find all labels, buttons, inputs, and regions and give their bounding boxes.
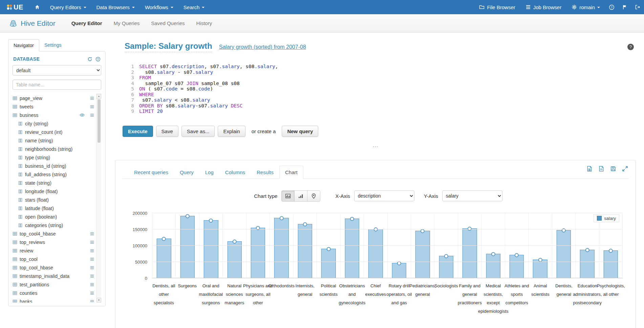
bar[interactable] [439,256,453,278]
bar[interactable] [298,224,312,278]
sql-editor[interactable]: 123456789 SELECT s07.description, s07.sa… [121,64,636,114]
database-help-icon[interactable]: ? [95,57,101,62]
bar[interactable] [180,216,194,278]
table-item[interactable]: review [13,246,94,255]
editor-help-icon[interactable]: ? [627,44,634,50]
job-browser-button[interactable]: Job Browser [520,0,566,14]
menu-data-browsers[interactable]: Data Browsers [91,0,140,14]
bar[interactable] [580,250,594,278]
menu-workflows[interactable]: Workflows [140,0,178,14]
table-item[interactable]: page_view [13,94,94,102]
x-axis-select[interactable]: description [354,190,414,201]
y-axis-select[interactable]: salary [442,190,502,201]
table-item[interactable]: top_cool4_hbase [13,229,94,238]
bar[interactable] [463,228,477,278]
column-item[interactable]: business_id (string) [13,162,94,170]
bar[interactable] [392,263,406,278]
browse-data-icon[interactable] [90,282,94,287]
bar[interactable] [486,254,500,278]
browse-data-icon[interactable] [90,257,94,262]
column-item[interactable]: stars (float) [13,196,94,204]
preview-eye-icon[interactable] [80,112,85,118]
table-item[interactable]: timestamp_invalid_data [13,272,94,280]
logout-button[interactable] [631,0,644,14]
browse-data-icon[interactable] [90,291,94,295]
bar[interactable] [321,249,336,278]
explain-button[interactable]: Explain [218,126,245,137]
scroll-up-arrow[interactable]: ▲ [96,94,101,99]
save-as-button[interactable]: Save as... [181,126,215,137]
hue-logo[interactable]: UE [0,0,29,14]
table-item[interactable]: counties [13,289,94,297]
column-item[interactable]: longitude (float) [13,187,94,196]
column-item[interactable]: name (string) [13,136,94,145]
results-tab-results[interactable]: Results [251,166,279,179]
expand-results-icon[interactable] [622,166,628,172]
results-tab-log[interactable]: Log [199,166,219,179]
bar[interactable] [510,255,524,278]
browse-data-icon[interactable] [90,113,94,118]
tab-navigator[interactable]: Navigator [8,39,39,52]
user-menu[interactable]: romain [566,0,605,14]
bar[interactable] [415,231,430,278]
tab-settings[interactable]: Settings [39,39,67,51]
browse-data-icon[interactable] [90,248,94,253]
flag-button[interactable] [618,0,631,14]
browse-data-icon[interactable] [90,96,94,101]
download-xls-icon[interactable] [586,166,593,172]
map-marker-button[interactable] [307,190,320,202]
table-item[interactable]: top_reviews [13,238,94,246]
bar[interactable] [368,229,383,278]
table-item[interactable]: top_cool [13,255,94,263]
download-csv-icon[interactable] [598,166,604,172]
browse-data-icon[interactable] [90,265,94,270]
table-item[interactable]: business [13,111,94,119]
execute-button[interactable]: Execute [123,126,153,137]
bar[interactable] [557,230,571,278]
scrollbar[interactable]: ▲ ▼ [96,94,101,303]
home-button[interactable] [29,0,45,14]
bar[interactable] [227,241,241,278]
resize-handle[interactable]: ... [115,142,636,148]
column-item[interactable]: review_count (int) [13,128,94,136]
grouped-bar-chart-button[interactable] [281,190,295,202]
bar[interactable] [274,218,288,278]
tab-my-queries[interactable]: My Queries [108,17,146,29]
column-item[interactable]: full_address (string) [13,170,94,179]
new-query-button[interactable]: New query [282,126,318,137]
column-item[interactable]: categories (string) [13,221,94,229]
results-tab-query[interactable]: Query [174,166,199,179]
table-filter-input[interactable] [13,80,101,90]
bar[interactable] [604,250,618,278]
table-item[interactable]: banks [13,297,94,303]
tab-history[interactable]: History [190,17,218,29]
bar-chart-button[interactable] [294,190,307,202]
column-item[interactable]: type (string) [13,153,94,162]
bar[interactable] [251,228,265,278]
results-tab-columns[interactable]: Columns [219,166,251,179]
menu-search[interactable]: Search [178,0,210,14]
column-item[interactable]: latitude (float) [13,204,94,212]
app-title[interactable]: Hive Editor [9,19,56,28]
browse-data-icon[interactable] [90,240,94,245]
column-item[interactable]: neighborhoods (string) [13,145,94,153]
save-results-icon[interactable] [610,166,616,172]
results-tab-recent-queries[interactable]: Recent queries [128,166,174,179]
bar[interactable] [157,239,171,278]
bar[interactable] [533,260,547,278]
query-description-link[interactable]: Salary growth (sorted) from 2007-08 [219,44,306,50]
column-item[interactable]: state (string) [13,179,94,187]
column-item[interactable]: city (string) [13,119,94,128]
browse-data-icon[interactable] [90,299,94,303]
tab-saved-queries[interactable]: Saved Queries [145,17,190,29]
menu-query-editors[interactable]: Query Editors [45,0,91,14]
sql-code[interactable]: SELECT s07.description, s07.salary, s08.… [139,64,278,114]
column-item[interactable]: open (boolean) [13,212,94,221]
table-item[interactable]: test_partitions [13,280,94,289]
page-title[interactable]: Sample: Salary growth [125,41,212,52]
database-select[interactable]: default [13,65,101,76]
refresh-icon[interactable] [87,57,92,62]
scrollbar-thumb[interactable] [98,99,101,143]
tab-query-editor[interactable]: Query Editor [66,17,108,29]
table-item[interactable]: tweets [13,102,94,111]
